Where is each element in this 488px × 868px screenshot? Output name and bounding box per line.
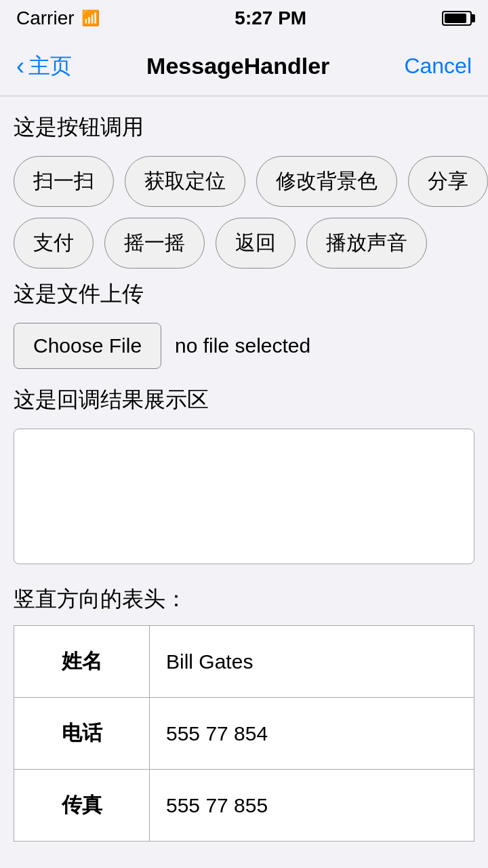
back-label: 主页 <box>28 52 72 81</box>
button-section-label: 这是按钮调用 <box>14 113 474 142</box>
page-title: MessageHandler <box>146 53 329 79</box>
file-section-label: 这是文件上传 <box>14 279 474 309</box>
table-section-label: 竖直方向的表头： <box>14 585 474 614</box>
file-section: 这是文件上传 Choose File no file selected <box>14 279 474 369</box>
scan-button[interactable]: 扫一扫 <box>14 156 114 207</box>
button-row-1: 扫一扫 获取定位 修改背景色 分享 <box>14 156 474 207</box>
row-value-name: Bill Gates <box>150 626 474 698</box>
main-content: 这是按钮调用 扫一扫 获取定位 修改背景色 分享 支付 摇一摇 返回 播放声音 … <box>0 96 488 868</box>
result-section-label: 这是回调结果展示区 <box>14 385 474 415</box>
data-table: 姓名 Bill Gates 电话 555 77 854 传真 555 77 85… <box>14 625 474 842</box>
shake-button[interactable]: 摇一摇 <box>104 218 205 269</box>
carrier-label: Carrier <box>16 7 75 29</box>
play-sound-button[interactable]: 播放声音 <box>306 218 427 269</box>
file-status: no file selected <box>175 334 310 357</box>
back-btn[interactable]: 返回 <box>216 218 296 269</box>
table-row: 电话 555 77 854 <box>14 698 474 770</box>
battery-icon <box>442 11 472 26</box>
result-section: 这是回调结果展示区 <box>14 385 474 564</box>
back-button[interactable]: ‹ 主页 <box>16 52 72 81</box>
battery-fill <box>445 14 466 23</box>
status-left: Carrier 📶 <box>16 7 100 29</box>
share-button[interactable]: 分享 <box>408 156 488 207</box>
pay-button[interactable]: 支付 <box>14 218 94 269</box>
table-row: 传真 555 77 855 <box>14 770 474 842</box>
row-header-fax: 传真 <box>14 770 150 842</box>
cancel-button[interactable]: Cancel <box>404 54 472 79</box>
phone-frame: Carrier 📶 5:27 PM ‹ 主页 MessageHandler Ca… <box>0 0 488 868</box>
row-header-phone: 电话 <box>14 698 150 770</box>
table-row: 姓名 Bill Gates <box>14 626 474 698</box>
row-header-name: 姓名 <box>14 626 150 698</box>
status-bar: Carrier 📶 5:27 PM <box>0 0 488 37</box>
button-row-2: 支付 摇一摇 返回 播放声音 <box>14 218 474 269</box>
nav-bar: ‹ 主页 MessageHandler Cancel <box>0 37 488 96</box>
change-bg-button[interactable]: 修改背景色 <box>256 156 397 207</box>
row-value-fax: 555 77 855 <box>150 770 474 842</box>
back-arrow-icon: ‹ <box>16 52 24 81</box>
row-value-phone: 555 77 854 <box>150 698 474 770</box>
button-section: 这是按钮调用 扫一扫 获取定位 修改背景色 分享 支付 摇一摇 返回 播放声音 <box>14 113 474 269</box>
status-right <box>442 11 472 26</box>
status-time: 5:27 PM <box>235 7 306 29</box>
table-section: 竖直方向的表头： 姓名 Bill Gates 电话 555 77 854 传真 … <box>14 585 474 842</box>
file-upload-row: Choose File no file selected <box>14 323 474 369</box>
result-box <box>14 429 474 564</box>
choose-file-button[interactable]: Choose File <box>14 323 161 369</box>
wifi-icon: 📶 <box>81 9 100 27</box>
location-button[interactable]: 获取定位 <box>125 156 245 207</box>
